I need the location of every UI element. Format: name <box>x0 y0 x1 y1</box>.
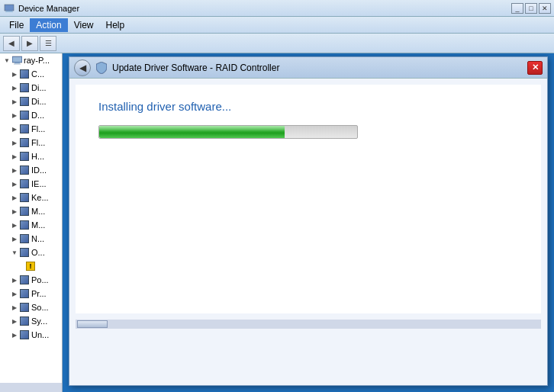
close-button[interactable]: ✕ <box>539 3 551 14</box>
maximize-button[interactable]: □ <box>525 3 537 14</box>
tree-arrow: ▶ <box>11 166 18 174</box>
tree-item-label: Sy... <box>31 316 47 326</box>
device-icon <box>19 247 30 258</box>
list-item[interactable]: ▶ H... <box>0 149 62 163</box>
device-icon <box>19 82 30 93</box>
scrollbar-thumb[interactable] <box>77 320 108 328</box>
shield-icon <box>95 62 108 74</box>
device-icon <box>19 192 30 203</box>
tree-item-label: N... <box>31 234 44 243</box>
tree-item-label: Di... <box>31 83 47 92</box>
progress-bar <box>98 125 358 139</box>
svg-rect-5 <box>14 63 20 64</box>
tree-arrow: ▶ <box>11 331 18 339</box>
title-bar-text: Device Manager <box>18 4 511 13</box>
device-icon <box>19 151 30 162</box>
tree-item-label: O... <box>31 248 45 257</box>
list-item[interactable]: ▶ M... <box>0 204 62 218</box>
tree-item-label: C... <box>31 69 44 79</box>
tree-arrow: ▶ <box>11 304 18 311</box>
tree-scrollbar[interactable] <box>0 383 62 392</box>
app-icon <box>3 2 15 14</box>
svg-rect-4 <box>13 57 21 62</box>
tree-item-label: IE... <box>31 179 47 188</box>
list-item[interactable]: ▶ N... <box>0 232 62 246</box>
toolbar-forward-button[interactable]: ▶ <box>21 36 38 51</box>
list-item[interactable]: ▼ O... <box>0 246 62 259</box>
tree-item-label: Di... <box>31 97 47 106</box>
device-icon <box>19 206 30 217</box>
tree-arrow: ▶ <box>11 98 18 105</box>
tree-item-label: Pr... <box>31 289 47 298</box>
list-item[interactable]: ▶ Sy... <box>0 314 62 328</box>
list-item[interactable]: ▶ Un... <box>0 328 62 342</box>
tree-arrow: ▶ <box>11 139 18 146</box>
menu-view[interactable]: View <box>68 18 100 32</box>
tree-arrow: ▶ <box>11 70 18 78</box>
list-item[interactable]: ▶ Di... <box>0 95 62 108</box>
tree-arrow: ▶ <box>11 125 18 133</box>
list-item[interactable]: ▶ Fl... <box>0 136 62 149</box>
menu-file[interactable]: File <box>3 18 30 32</box>
list-item[interactable]: ▶ ID... <box>0 163 62 177</box>
menu-action[interactable]: Action <box>30 18 67 32</box>
tree-item-label: Po... <box>31 275 49 284</box>
device-icon <box>19 302 30 313</box>
list-item[interactable]: ! <box>0 259 62 273</box>
device-tree-panel: ▼ ray-P... ▶ C... ▶ Di... ▶ <box>0 53 63 392</box>
svg-rect-0 <box>5 5 14 11</box>
modal-title-bar: ◀ Update Driver Software - RAID Controll… <box>69 57 547 79</box>
list-item[interactable]: ▶ C... <box>0 67 62 81</box>
tree-arrow: ▶ <box>11 111 18 119</box>
device-icon <box>19 96 30 107</box>
menu-help[interactable]: Help <box>100 18 131 32</box>
tree-item-label: H... <box>31 152 44 161</box>
minimize-button[interactable]: _ <box>511 3 523 14</box>
title-bar-buttons: _ □ ✕ <box>511 3 551 14</box>
device-icon <box>19 220 30 230</box>
tree-item-label: M... <box>31 220 45 230</box>
list-item[interactable]: ▶ D... <box>0 108 62 122</box>
tree-root[interactable]: ▼ ray-P... <box>0 53 62 67</box>
device-icon <box>19 165 30 175</box>
svg-rect-6 <box>14 64 21 65</box>
tree-arrow: ▶ <box>11 221 18 229</box>
modal-back-button[interactable]: ◀ <box>74 59 91 76</box>
list-item[interactable]: ▶ Po... <box>0 273 62 287</box>
modal-scrollbar[interactable] <box>76 320 541 329</box>
progress-fill <box>99 126 285 138</box>
tree-item-label: M... <box>31 207 45 216</box>
device-icon <box>19 137 30 148</box>
computer-icon <box>11 55 22 66</box>
list-item[interactable]: ▶ Fl... <box>0 122 62 136</box>
tree-arrow: ▶ <box>11 290 18 297</box>
title-bar: Device Manager _ □ ✕ <box>0 0 554 17</box>
tree-root-label: ray-P... <box>24 56 50 65</box>
list-item[interactable]: ▶ Ke... <box>0 191 62 204</box>
tree-arrow: ▶ <box>11 276 18 284</box>
list-item[interactable]: ▶ IE... <box>0 177 62 191</box>
modal-body: Installing driver software... <box>76 85 541 313</box>
list-item[interactable]: ▶ So... <box>0 300 62 314</box>
tree-arrow: ▶ <box>11 317 18 325</box>
list-item[interactable]: ▶ Di... <box>0 81 62 95</box>
update-driver-dialog: ◀ Update Driver Software - RAID Controll… <box>69 56 548 386</box>
tree-expand-arrow: ▼ <box>3 56 11 64</box>
main-area: ▼ ray-P... ▶ C... ▶ Di... ▶ <box>0 53 554 392</box>
toolbar-back-button[interactable]: ◀ <box>3 36 20 51</box>
list-item[interactable]: ▶ M... <box>0 218 62 232</box>
list-item[interactable]: ▶ Pr... <box>0 287 62 300</box>
tree-item-label: Fl... <box>31 138 45 147</box>
device-icon <box>19 69 30 79</box>
device-icon <box>19 178 30 189</box>
modal-title-text: Update Driver Software - RAID Controller <box>112 63 527 73</box>
tree-arrow: ▶ <box>11 235 18 243</box>
tree-arrow: ▶ <box>11 84 18 92</box>
tree-item-label: Ke... <box>31 193 49 202</box>
warning-icon: ! <box>25 261 36 272</box>
device-icon <box>19 275 30 285</box>
toolbar-menu-button[interactable]: ☰ <box>40 36 56 51</box>
modal-close-button[interactable]: ✕ <box>527 61 543 75</box>
device-icon <box>19 329 30 340</box>
installing-status-text: Installing driver software... <box>98 100 518 113</box>
